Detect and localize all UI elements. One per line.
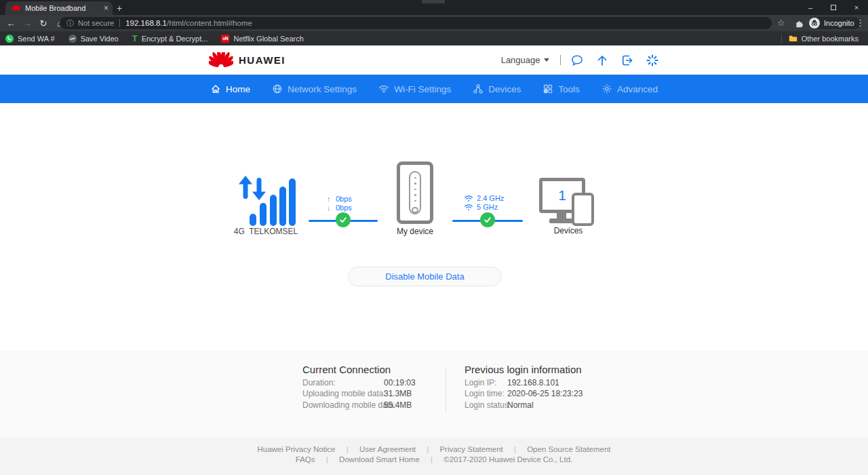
home-status-panel: 4G TELKOMSEL ↑ 0bps ↓ 0bps My device 2.4… <box>0 103 868 351</box>
titlebar-notch <box>422 0 445 3</box>
incognito-icon <box>809 18 820 28</box>
carrier-name: TELKOMSEL <box>249 227 298 236</box>
tab-home[interactable]: Home <box>210 83 250 94</box>
link-open-source[interactable]: Open Source Statement <box>527 445 610 453</box>
huawei-favicon-icon <box>12 5 20 12</box>
bookmark-send-wa[interactable]: Send WA # <box>5 35 55 43</box>
link-privacy-notice[interactable]: Huawei Privacy Notice <box>257 445 335 453</box>
previous-login-title: Previous login information <box>465 364 582 375</box>
extensions-icon[interactable] <box>795 18 804 31</box>
tab-advanced[interactable]: Advanced <box>601 83 658 94</box>
back-icon[interactable]: ← <box>3 18 19 28</box>
gear-icon <box>601 83 612 94</box>
globe-swirl-icon <box>68 35 77 43</box>
disable-mobile-data-button[interactable]: Disable Mobile Data <box>348 267 502 286</box>
wan-status-check-icon <box>336 212 351 227</box>
security-label: Not secure <box>78 19 114 27</box>
wifi-small-icon <box>464 195 473 202</box>
main-navbar: Home Network Settings Wi-Fi Settings Dev… <box>0 75 868 103</box>
reload-icon[interactable]: ↻ <box>35 18 52 28</box>
link-privacy-statement[interactable]: Privacy Statement <box>439 445 502 453</box>
header-divider <box>560 55 561 65</box>
band-24ghz: 2.4 GHz <box>477 194 504 203</box>
bookmark-star-icon[interactable]: ☆ <box>777 18 785 28</box>
duration-value: 00:19:03 <box>384 378 416 387</box>
info-band: Current Connection Duration: 00:19:03 Up… <box>0 351 868 438</box>
globe-icon <box>272 83 283 94</box>
browser-titlebar: Mobile Broadband × + – × <box>0 0 868 15</box>
incognito-badge: Incognito <box>808 17 861 29</box>
logout-icon[interactable] <box>620 54 634 67</box>
network-mode: 4G <box>234 227 245 236</box>
download-rate: 0bps <box>336 204 352 212</box>
browser-toolbar: ← → ↻ ⌂ ⓘ Not secure 192.168.8.1 /html/c… <box>0 15 868 31</box>
close-window-button[interactable]: × <box>845 0 868 15</box>
bookmark-save-video[interactable]: Save Video <box>68 35 119 43</box>
wifi-small-icon <box>464 204 473 211</box>
tab-title: Mobile Broadband <box>25 4 104 12</box>
incognito-label: Incognito <box>824 19 854 27</box>
phone-icon <box>572 193 594 226</box>
language-dropdown[interactable]: Language <box>501 55 549 65</box>
url-host: 192.168.8.1 <box>125 19 167 27</box>
browser-menu-icon[interactable]: ⋮ <box>856 18 865 28</box>
huawei-flower-icon <box>209 52 233 69</box>
tab-network-settings[interactable]: Network Settings <box>272 83 357 94</box>
bookmarks-bar: Send WA # Save Video T Encrypt & Decrypt… <box>0 31 868 45</box>
wifi-bands: 2.4 GHz 5 GHz <box>464 194 504 212</box>
page-info-icon[interactable]: ⓘ <box>66 18 74 28</box>
link-user-agreement[interactable]: User Agreement <box>359 445 416 453</box>
wifi-icon <box>378 83 389 94</box>
omnibox-divider <box>119 19 120 27</box>
devices-label: Devices <box>539 226 597 235</box>
download-total-value: 55.4MB <box>384 400 412 410</box>
signal-strength-icon <box>236 174 296 227</box>
upload-rate: 0bps <box>336 195 352 204</box>
address-bar[interactable]: ⓘ Not secure 192.168.8.1 /html/content.h… <box>60 17 772 29</box>
connected-devices-icon: 1 <box>539 176 597 227</box>
router-device-icon <box>397 162 433 224</box>
link-faqs[interactable]: FAQs <box>296 455 315 463</box>
tab-wifi-settings[interactable]: Wi-Fi Settings <box>378 83 451 94</box>
tools-grid-icon <box>542 83 553 94</box>
browser-tab[interactable]: Mobile Broadband × <box>5 1 113 15</box>
login-time-value: 2020-06-25 18:23:23 <box>507 389 583 398</box>
restore-button[interactable] <box>822 0 845 15</box>
upload-arrow-icon: ↑ <box>327 195 336 204</box>
traffic-rates: ↑ 0bps ↓ 0bps <box>327 195 352 212</box>
spinner-icon <box>646 54 659 67</box>
other-bookmarks-button[interactable]: Other bookmarks <box>789 35 859 43</box>
url-path: /html/content.html#home <box>167 19 252 27</box>
sms-icon[interactable] <box>570 54 584 67</box>
tab-close-icon[interactable]: × <box>104 4 108 12</box>
huawei-logo[interactable]: HUAWEI <box>209 52 285 69</box>
tab-devices[interactable]: Devices <box>473 83 521 94</box>
current-connection-title: Current Connection <box>302 364 391 375</box>
chevron-down-icon <box>544 58 549 62</box>
whatsapp-icon <box>5 35 14 43</box>
info-divider <box>446 366 446 413</box>
band-5ghz: 5 GHz <box>477 203 498 212</box>
tab-tools[interactable]: Tools <box>542 83 580 94</box>
update-icon[interactable] <box>595 54 609 67</box>
new-tab-button[interactable]: + <box>117 3 122 14</box>
bookmark-netflix-search[interactable]: uN Netflix Global Search <box>221 35 303 43</box>
bookmarks-divider <box>781 34 782 43</box>
un-badge-icon: uN <box>221 35 229 43</box>
brand-text: HUAWEI <box>239 54 285 66</box>
lan-status-check-icon <box>480 212 495 227</box>
bookmark-encrypt-decrypt[interactable]: T Encrypt & Decrypt... <box>132 35 208 43</box>
login-status-value: Normal <box>507 400 534 410</box>
restore-icon <box>831 5 836 10</box>
link-download-smart-home[interactable]: Download Smart Home <box>339 455 420 463</box>
devices-network-icon <box>473 83 484 94</box>
folder-icon <box>789 35 797 42</box>
forward-icon[interactable]: → <box>19 18 35 28</box>
devices-count: 1 <box>558 187 566 204</box>
upload-total-value: 31.3MB <box>384 389 412 398</box>
download-arrow-icon: ↓ <box>327 204 336 212</box>
copyright-text: ©2017-2020 Huawei Device Co., Ltd. <box>443 455 572 463</box>
minimize-button[interactable]: – <box>799 0 822 15</box>
network-caption: 4G TELKOMSEL <box>226 227 305 236</box>
site-footer: Huawei Privacy Notice | User Agreement |… <box>0 438 868 475</box>
